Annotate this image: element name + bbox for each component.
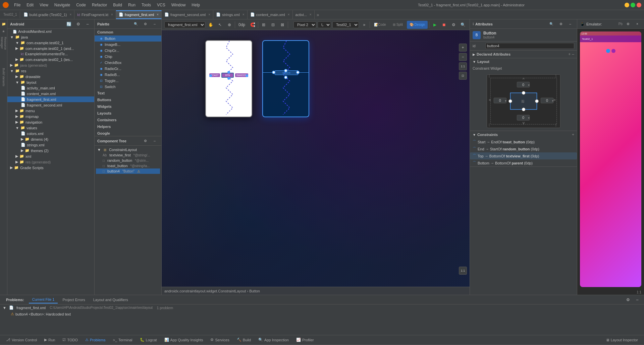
add-attr-button[interactable]: +	[568, 52, 571, 57]
tree-item-xml[interactable]: ▶ 📁 xml	[7, 153, 94, 159]
bottom-tab-build[interactable]: 🔨 Build	[233, 336, 254, 343]
sync-button[interactable]: 🔄	[65, 20, 73, 28]
palette-item-switch[interactable]: ⊡ Switch	[95, 84, 161, 90]
bottom-tab-app-quality[interactable]: 📊 App Quality Insights	[161, 336, 207, 343]
attr-collapse-button[interactable]: –	[566, 20, 574, 28]
menu-window[interactable]: Window	[169, 2, 189, 8]
menu-view[interactable]: View	[37, 2, 51, 8]
tree-item-com-1[interactable]: ▼ 📁 com.example.test02_1	[7, 40, 94, 46]
tree-item-layout[interactable]: ▼ 📁 layout	[7, 79, 94, 85]
palette-item-radiogr[interactable]: ◉ RadioGr...	[95, 66, 161, 72]
maximize-button[interactable]: □	[631, 3, 635, 7]
palette-collapse-button[interactable]: –	[151, 20, 159, 28]
bottom-tab-app-inspection[interactable]: 🔍 App Inspection	[255, 336, 292, 343]
palette-cat-buttons[interactable]: Buttons	[95, 96, 161, 103]
magnet-button[interactable]: 🧲	[249, 21, 257, 29]
tree-item-strings[interactable]: 📄 strings.xml	[7, 142, 94, 148]
tab-fragment-second[interactable]: 📄 fragment_second.xml ×	[162, 10, 213, 19]
menu-code[interactable]: Code	[73, 2, 89, 8]
tree-item-fragment-first[interactable]: 📄 fragment_first.xml	[7, 96, 94, 102]
code-mode-btn[interactable]: 📝 Code	[371, 21, 389, 29]
palette-cat-layouts[interactable]: Layouts	[95, 110, 161, 117]
tree-item-values[interactable]: ▼ 📁 values	[7, 125, 94, 131]
constraints-toggle[interactable]: 1:1	[459, 267, 467, 275]
bottom-tab-services[interactable]: ⚙ Services	[207, 336, 232, 343]
palette-item-chipgr[interactable]: ◉ ChipGr...	[95, 48, 161, 54]
split-mode-btn[interactable]: ⊞ Split	[390, 21, 406, 29]
problem-detail-row[interactable]: ⚠ button4 <Button>: Hardcoded text	[0, 311, 644, 317]
problems-collapse[interactable]: –	[633, 296, 641, 304]
device-dropdown[interactable]: Pixel 2	[293, 21, 316, 28]
palette-item-toggle[interactable]: ⊡ Toggle...	[95, 78, 161, 84]
tab-firstfragment[interactable]: kt FirstFragment.kt ×	[74, 10, 116, 19]
tree-item-fragment-second[interactable]: 📄 fragment_second.xml	[7, 102, 94, 108]
emulator-close[interactable]: ×	[633, 20, 641, 28]
tab-close-firstfragment[interactable]: ×	[111, 13, 113, 16]
tab-close-fragment-second[interactable]: ×	[208, 13, 210, 16]
tab-close-activity[interactable]: ×	[310, 13, 312, 16]
comp-item-toast-button[interactable]: □ toast_button *@string/ta...	[96, 163, 160, 168]
bottom-tab-run[interactable]: ▶ Run	[41, 336, 58, 343]
emulator-settings[interactable]: ⚙	[624, 20, 632, 28]
palette-item-imageb[interactable]: ◉ ImageB...	[95, 42, 161, 48]
tab-activity[interactable]: activi... ×	[293, 10, 315, 19]
comp-item-constraintlayout[interactable]: ▼ ⊞ ConstraintLayout	[96, 147, 160, 152]
comp-item-random-button[interactable]: □ random_button *@strin...	[96, 158, 160, 163]
tree-item-navigation[interactable]: ▶ 📁 navigation	[7, 119, 94, 125]
tab-close-fragment-first[interactable]: ×	[157, 13, 159, 16]
menu-run[interactable]: Run	[125, 2, 138, 8]
theme-dropdown[interactable]: Test02_1	[332, 21, 359, 28]
stop-btn[interactable]: ⏹	[440, 21, 448, 29]
fit-screen-button[interactable]: ⊡	[459, 72, 467, 80]
palette-cat-google[interactable]: Google	[95, 130, 161, 136]
palette-cat-helpers[interactable]: Helpers	[95, 123, 161, 130]
play-btn[interactable]: ▶	[431, 21, 439, 29]
problems-tab-current[interactable]: Current File 1	[29, 296, 58, 303]
menu-help[interactable]: Help	[189, 2, 203, 8]
sidebar-collapse[interactable]: –	[84, 20, 92, 28]
problems-tab-layout[interactable]: Layout and Qualifiers	[90, 296, 131, 303]
fit-button[interactable]: 1:1	[459, 62, 467, 70]
bottom-tab-problems[interactable]: ⚠ Problems	[82, 336, 109, 343]
palette-item-button[interactable]: ◉ Button	[95, 36, 161, 42]
constraints-header[interactable]: ▼ Constraints +	[470, 131, 577, 138]
palette-item-checkbox[interactable]: ✓ CheckBox	[95, 60, 161, 66]
align-button[interactable]: ⊞	[260, 21, 268, 29]
distribute-button[interactable]: ⊟	[269, 21, 277, 29]
tree-item-drawable[interactable]: ▶ 📁 drawable	[7, 74, 94, 79]
resource-manager-icon[interactable]: Resource Manager	[1, 36, 7, 62]
comp-tree-settings[interactable]: ⚙	[141, 137, 149, 145]
toolbar-search2[interactable]: 🔍	[459, 21, 467, 29]
close-button[interactable]: ×	[637, 3, 641, 7]
palette-cat-containers[interactable]: Containers	[95, 117, 161, 123]
tab-content-main[interactable]: 📄 content_main.xml ×	[248, 10, 293, 19]
pan-button[interactable]: ✋	[207, 21, 215, 29]
tab-fragment-first[interactable]: 📄 fragment_first.xml ×	[116, 10, 162, 19]
api-dropdown[interactable]: U	[318, 21, 331, 28]
palette-cat-common[interactable]: Common	[95, 29, 161, 36]
palette-item-chip[interactable]: ◉ Chip	[95, 54, 161, 60]
bottom-tab-logcat[interactable]: 🐛 Logcat	[137, 336, 160, 343]
bottom-tab-layout-inspector[interactable]: 🖥 Layout Inspector	[602, 337, 641, 343]
tab-close-strings[interactable]: ×	[243, 13, 245, 16]
tree-item-mipmap[interactable]: ▶ 📁 mipmap	[7, 114, 94, 119]
add-constraint-btn[interactable]: +	[572, 132, 574, 137]
problem-file-row[interactable]: ▼ 📄 fragment_first.xml C:\Users\HP\Andro…	[0, 304, 644, 311]
select-button[interactable]: ↖	[216, 21, 224, 29]
tab-close-build-gradle[interactable]: ×	[70, 13, 72, 16]
filename-dropdown[interactable]: fragment_first.xml	[164, 21, 205, 28]
menu-tools[interactable]: Tools	[139, 2, 154, 8]
tree-item-com-3[interactable]: ▶ 📁 com.example.test02_1 (tes...	[7, 57, 94, 62]
palette-cat-text[interactable]: Text	[95, 90, 161, 96]
menu-file[interactable]: File	[11, 2, 23, 8]
tree-item-com-2[interactable]: ▶ 📁 com.example.test02_1 (and...	[7, 46, 94, 51]
tree-item-res[interactable]: ▼ 📁 res	[7, 68, 94, 74]
sidebar-settings[interactable]: ⚙	[74, 20, 82, 28]
constraint-button[interactable]: ⊕	[225, 21, 233, 29]
tree-item-gradle[interactable]: ▶ 📁 Gradle Scripts	[7, 165, 94, 170]
margin-input[interactable]: 0dp	[236, 21, 247, 29]
favorites-icon[interactable]: ★	[1, 28, 7, 34]
problems-settings[interactable]: ⚙	[624, 296, 632, 304]
pack-button[interactable]: ⊠	[278, 21, 286, 29]
menu-refactor[interactable]: Refactor	[89, 2, 110, 8]
